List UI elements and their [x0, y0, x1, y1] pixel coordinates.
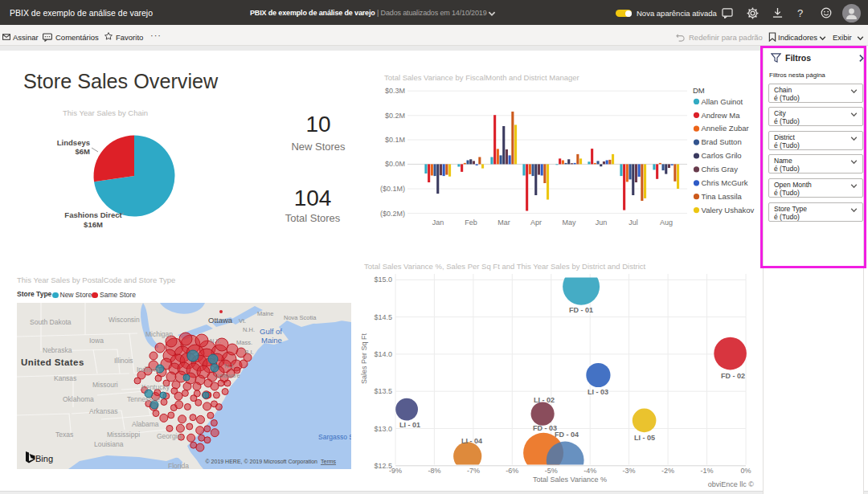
svg-text:$13.5: $13.5 [374, 387, 392, 395]
svg-text:Jan: Jan [432, 218, 444, 227]
svg-text:Carlos Grilo: Carlos Grilo [702, 151, 742, 160]
svg-text:($0.2M): ($0.2M) [380, 210, 405, 218]
svg-text:Sales Per Sq Ft: Sales Per Sq Ft [360, 333, 368, 384]
svg-text:Mar: Mar [497, 218, 510, 227]
svg-text:0%: 0% [740, 467, 751, 475]
svg-text:DM: DM [693, 86, 705, 95]
svg-text:$15.0: $15.0 [374, 276, 392, 284]
svg-text:$14.0: $14.0 [374, 350, 392, 358]
svg-text:Jul: Jul [628, 218, 638, 227]
svg-text:-9%: -9% [389, 467, 402, 475]
svg-text:$13.0: $13.0 [374, 425, 392, 433]
svg-text:Chris McGurk: Chris McGurk [702, 178, 748, 187]
svg-text:-4%: -4% [583, 467, 596, 475]
svg-text:Annelie Zubar: Annelie Zubar [702, 124, 749, 133]
svg-text:Aug: Aug [660, 218, 673, 227]
svg-text:FD - 04: FD - 04 [555, 431, 579, 439]
svg-text:Apr: Apr [530, 218, 542, 227]
svg-text:-2%: -2% [661, 467, 674, 475]
svg-text:Jun: Jun [596, 218, 608, 227]
svg-text:LI - 01: LI - 01 [399, 421, 420, 429]
svg-text:May: May [562, 218, 576, 227]
svg-text:($0.1M): ($0.1M) [380, 185, 405, 193]
svg-text:LI - 05: LI - 05 [634, 434, 655, 442]
svg-text:Total Sales Variance %: Total Sales Variance % [533, 476, 607, 484]
svg-text:Valery Ushakov: Valery Ushakov [702, 206, 755, 214]
svg-text:LI - 03: LI - 03 [588, 388, 608, 396]
svg-text:-6%: -6% [506, 467, 518, 475]
svg-text:Chris Gray: Chris Gray [702, 165, 739, 174]
svg-text:$14.5: $14.5 [374, 313, 392, 321]
svg-text:Tina Lassila: Tina Lassila [702, 192, 743, 201]
svg-text:$0.0M: $0.0M [385, 160, 405, 168]
svg-text:$0.3M: $0.3M [385, 87, 405, 95]
svg-text:-1%: -1% [700, 467, 713, 475]
svg-text:FD - 02: FD - 02 [721, 372, 745, 380]
svg-text:LI - 02: LI - 02 [534, 396, 555, 404]
svg-text:FD - 03: FD - 03 [533, 424, 557, 432]
svg-text:$0.2M: $0.2M [385, 112, 405, 120]
svg-text:obviEnce llc ©: obviEnce llc © [708, 480, 755, 488]
svg-text:Brad Sutton: Brad Sutton [702, 137, 742, 146]
svg-text:Allan Guinot: Allan Guinot [702, 97, 743, 106]
svg-text:Feb: Feb [465, 218, 477, 227]
svg-text:-7%: -7% [467, 467, 480, 475]
svg-text:-3%: -3% [623, 467, 636, 475]
svg-text:FD - 01: FD - 01 [569, 306, 593, 314]
svg-text:$0.1M: $0.1M [385, 136, 405, 144]
svg-text:-8%: -8% [428, 467, 440, 475]
svg-text:LI - 04: LI - 04 [461, 437, 482, 445]
svg-text:-5%: -5% [545, 467, 558, 475]
svg-text:Andrew Ma: Andrew Ma [702, 111, 741, 120]
